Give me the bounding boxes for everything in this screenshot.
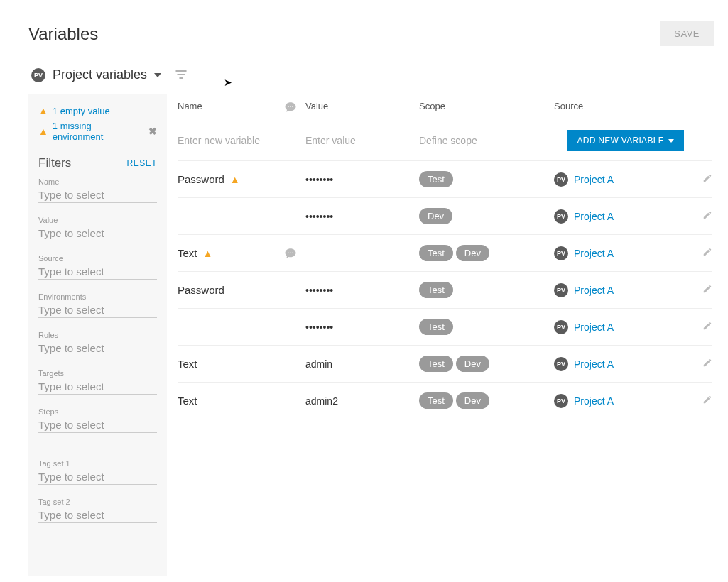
scope-chip[interactable]: Test <box>419 282 453 298</box>
scope-chip[interactable]: Test <box>419 356 453 372</box>
add-new-variable-button[interactable]: ADD NEW VARIABLE <box>567 130 684 151</box>
scope-chip[interactable]: Dev <box>456 392 489 409</box>
page-title: Variables <box>28 24 98 44</box>
warning-icon: ▲ <box>230 174 240 185</box>
warning-link[interactable]: 1 empty value <box>53 106 110 116</box>
scope-chip[interactable]: Dev <box>419 208 452 224</box>
source-badge: PV <box>554 172 568 187</box>
edit-icon[interactable] <box>702 285 712 296</box>
filter-label: Tag set 2 <box>38 498 157 506</box>
column-header-source: Source <box>554 101 684 114</box>
filter-label: Tag set 1 <box>38 459 157 468</box>
edit-icon[interactable] <box>702 358 712 370</box>
svg-point-4 <box>290 252 291 253</box>
source-link[interactable]: Project A <box>574 174 614 185</box>
variable-name: Text <box>178 358 197 370</box>
filter-input[interactable] <box>38 264 157 280</box>
warning-icon: ▲ <box>38 105 48 116</box>
variable-value: •••••••• <box>305 285 419 296</box>
source-badge: PV <box>554 209 568 224</box>
filter-label: Source <box>38 254 157 263</box>
new-variable-name-input[interactable] <box>178 133 284 148</box>
warning-link[interactable]: 1 missing environment <box>53 121 144 142</box>
table-row: Password •••••••• Test PV Project A <box>178 271 712 308</box>
source-link[interactable]: Project A <box>574 211 614 222</box>
scope-chip[interactable]: Test <box>419 392 453 409</box>
main-content: Name Value Scope Source ADD NEW VARIABLE <box>167 94 714 419</box>
sidebar: ▲ 1 empty value ▲ 1 missing environment … <box>28 94 167 576</box>
scope-chip[interactable]: Test <box>419 245 453 261</box>
source-link[interactable]: Project A <box>574 395 614 407</box>
warning-icon: ▲ <box>38 126 48 137</box>
caret-down-icon[interactable] <box>154 73 161 77</box>
source-link[interactable]: Project A <box>574 248 614 259</box>
filter-label: Roles <box>38 331 157 339</box>
warning-icon: ▲ <box>202 248 212 259</box>
svg-point-2 <box>292 106 293 108</box>
source-badge: PV <box>554 394 568 408</box>
save-button[interactable]: SAVE <box>660 21 714 46</box>
new-variable-scope-input[interactable] <box>419 133 554 148</box>
filter-input[interactable] <box>38 417 157 433</box>
variable-name: Password <box>178 284 224 296</box>
svg-point-3 <box>288 252 289 253</box>
variable-name: Text <box>178 395 197 407</box>
edit-icon[interactable] <box>702 174 712 185</box>
filter-label: Steps <box>38 407 157 416</box>
scope-chip[interactable]: Test <box>419 319 453 335</box>
filter-input[interactable] <box>38 226 157 241</box>
filter-input[interactable] <box>38 302 157 318</box>
source-link[interactable]: Project A <box>574 285 614 296</box>
filter-input[interactable] <box>38 379 157 395</box>
variable-value: admin2 <box>305 395 419 407</box>
filters-heading: Filters <box>38 156 71 170</box>
edit-icon[interactable] <box>702 248 712 259</box>
filter-label: Name <box>38 177 157 186</box>
source-link[interactable]: Project A <box>574 358 614 370</box>
table-row: Text admin2 TestDev PV Project A <box>178 382 712 419</box>
table-row: Text admin TestDev PV Project A <box>178 345 712 382</box>
source-badge: PV <box>554 357 568 371</box>
filter-input[interactable] <box>38 469 157 485</box>
filter-label: Environments <box>38 292 157 301</box>
source-link[interactable]: Project A <box>574 322 614 333</box>
column-header-scope: Scope <box>419 101 554 114</box>
new-variable-value-input[interactable] <box>305 133 419 148</box>
variable-value: admin <box>305 358 419 370</box>
table-row: Text ▲ TestDev PV Project A <box>178 234 712 271</box>
variable-name: Password <box>178 173 224 185</box>
variable-name: Text <box>178 247 197 259</box>
svg-point-1 <box>290 106 291 108</box>
scope-chip[interactable]: Dev <box>456 245 489 261</box>
table-row: Password ▲ •••••••• Test PV Project A <box>178 160 712 197</box>
column-header-value: Value <box>305 101 419 114</box>
filter-input[interactable] <box>38 341 157 356</box>
caret-down-icon <box>668 139 674 143</box>
edit-icon[interactable] <box>702 211 712 222</box>
filter-icon[interactable] <box>175 70 187 81</box>
source-badge: PV <box>554 320 568 334</box>
scope-chip[interactable]: Test <box>419 171 453 187</box>
svg-point-0 <box>288 106 289 108</box>
variable-value: •••••••• <box>305 174 419 185</box>
variable-value: •••••••• <box>305 211 419 222</box>
scope-chip[interactable]: Dev <box>456 356 489 372</box>
edit-icon[interactable] <box>702 322 712 333</box>
table-row: •••••••• Test PV Project A <box>178 308 712 345</box>
table-row: •••••••• Dev PV Project A <box>178 197 712 234</box>
comment-icon[interactable] <box>284 247 305 260</box>
comment-column-icon <box>284 101 305 114</box>
scope-badge: PV <box>31 68 45 82</box>
close-icon[interactable]: ✖ <box>148 126 157 137</box>
filter-input[interactable] <box>38 507 157 523</box>
reset-button[interactable]: RESET <box>126 158 157 168</box>
source-badge: PV <box>554 283 568 297</box>
edit-icon[interactable] <box>702 395 712 407</box>
variable-value: •••••••• <box>305 322 419 333</box>
divider <box>38 446 157 446</box>
filter-label: Value <box>38 216 157 224</box>
scope-selector-label[interactable]: Project variables <box>53 67 147 82</box>
filter-label: Targets <box>38 369 157 378</box>
filter-input[interactable] <box>38 187 157 203</box>
source-badge: PV <box>554 246 568 260</box>
